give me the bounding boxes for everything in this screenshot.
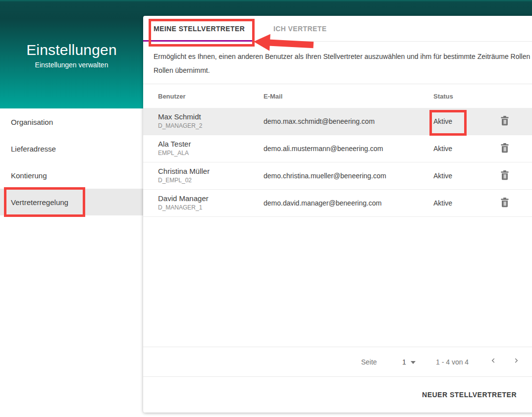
panel-footer: NEUER STELLVERTRETER	[143, 376, 532, 413]
trash-icon	[501, 198, 509, 209]
sidebar-item-lieferadresse[interactable]: Lieferadresse	[0, 135, 143, 162]
chevron-right-icon	[513, 347, 520, 377]
column-header-status: Status	[433, 84, 453, 108]
delete-row-button[interactable]	[497, 190, 513, 217]
user-email: demo.ali.mustermann@beneering.com	[264, 135, 383, 162]
chevron-down-icon[interactable]	[411, 361, 416, 364]
sidebar-item-kontierung[interactable]: Kontierung	[0, 162, 143, 189]
user-name: David Manager	[158, 194, 209, 203]
sidebar-item-label: Organisation	[11, 118, 53, 126]
page-range: 1 - 4 von 4	[436, 347, 469, 377]
user-name: Max Schmidt	[158, 112, 201, 121]
table-row: David Manager D_MANAGER_1 demo.david.man…	[143, 190, 532, 217]
trash-icon	[501, 143, 509, 155]
user-email: demo.david.manager@beneering.com	[264, 190, 381, 217]
user-code: D_MANAGER_1	[158, 204, 202, 211]
table-row: Ala Tester EMPL_ALA demo.ali.mustermann@…	[143, 135, 532, 162]
user-status: Aktive	[433, 162, 452, 190]
delete-row-button[interactable]	[497, 162, 513, 190]
table-header: Benutzer E-Mail Status	[143, 84, 532, 108]
user-name: Ala Tester	[158, 140, 191, 148]
page-select[interactable]: 1	[402, 347, 406, 377]
sidebar-item-vertreterregelung[interactable]: Vertreterregelung	[0, 189, 143, 215]
pagination-bar: Seite 1 1 - 4 von 4	[143, 347, 532, 376]
delete-row-button[interactable]	[497, 108, 513, 135]
sidebar-item-label: Kontierung	[11, 171, 47, 180]
user-code: D_MANAGER_2	[158, 122, 202, 129]
column-header-email: E-Mail	[264, 84, 282, 108]
tab-bar: MEINE STELLVERTRETER ICH VERTRETE	[143, 16, 532, 42]
user-status: Aktive	[433, 190, 452, 217]
new-stellvertreter-button[interactable]: NEUER STELLVERTRETER	[419, 386, 520, 404]
tab-meine-stellvertreter[interactable]: MEINE STELLVERTRETER	[154, 16, 245, 42]
user-status: Aktive	[433, 108, 452, 135]
page-label: Seite	[361, 347, 377, 377]
user-code: EMPL_ALA	[158, 150, 189, 156]
next-page-button[interactable]	[510, 356, 523, 368]
stellvertreter-panel: MEINE STELLVERTRETER ICH VERTRETE Ermögl…	[143, 16, 532, 413]
table-row: Max Schmidt D_MANAGER_2 demo.max.schmidt…	[143, 108, 532, 135]
description-line-1: Ermöglicht es Ihnen, einen anderen Benut…	[154, 50, 532, 63]
user-email: demo.max.schmidt@beneering.com	[264, 108, 374, 135]
user-status: Aktive	[433, 135, 452, 162]
description-line-2: Rollen übernimmt.	[154, 63, 532, 77]
delete-row-button[interactable]	[497, 135, 513, 162]
user-table: Max Schmidt D_MANAGER_2 demo.max.schmidt…	[143, 108, 532, 217]
previous-page-button[interactable]	[487, 356, 500, 368]
page-title: Einstellungen	[0, 42, 143, 58]
user-email: demo.christina.mueller@beneering.com	[264, 162, 386, 190]
column-header-benutzer: Benutzer	[158, 84, 186, 108]
sidebar-item-organisation[interactable]: Organisation	[0, 108, 143, 135]
tab-description: Ermöglicht es Ihnen, einen anderen Benut…	[154, 50, 532, 77]
sidebar-item-label: Vertreterregelung	[11, 198, 68, 207]
chevron-left-icon	[490, 347, 497, 377]
user-code: D_EMPL_02	[158, 177, 192, 184]
active-tab-indicator	[143, 40, 253, 42]
table-row: Christina Müller D_EMPL_02 demo.christin…	[143, 162, 532, 190]
page-subtitle: Einstellungen verwalten	[0, 61, 143, 69]
trash-icon	[501, 170, 509, 182]
tab-ich-vertrete[interactable]: ICH VERTRETE	[273, 16, 326, 42]
trash-icon	[501, 116, 509, 127]
settings-screen: Einstellungen Einstellungen verwalten Or…	[0, 0, 532, 417]
settings-sidebar: Organisation Lieferadresse Kontierung Ve…	[0, 108, 143, 417]
sidebar-item-label: Lieferadresse	[11, 145, 56, 153]
user-name: Christina Müller	[158, 167, 210, 175]
